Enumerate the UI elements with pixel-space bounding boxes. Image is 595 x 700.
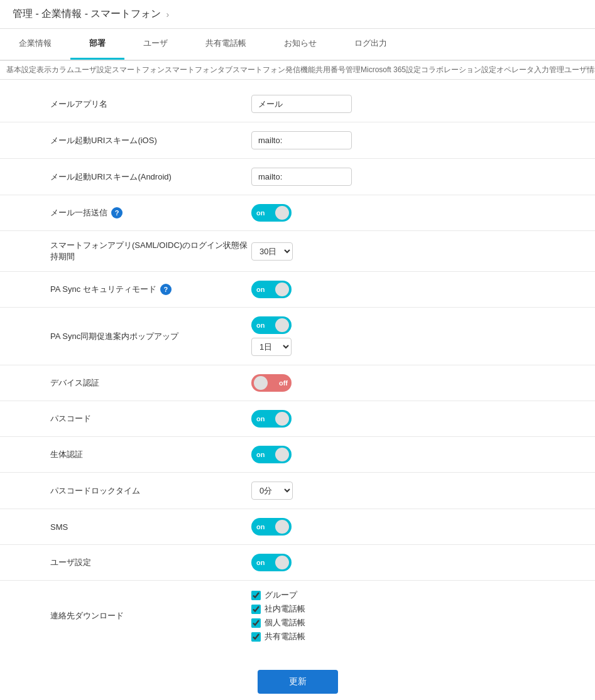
row-user-settings: ユーザ設定 on	[0, 545, 595, 581]
checkbox-item-group[interactable]: グループ	[251, 590, 305, 601]
input-mail-uri-android[interactable]	[251, 168, 352, 186]
label-contacts-download: 連絡先ダウンロード	[50, 610, 251, 622]
select-pa-sync-popup[interactable]: 1日 3日 7日	[251, 338, 292, 356]
sub-nav-text: 基本設定表示カラムユーザ設定スマートフォンスマートフォンタブスマートフォン発信機…	[6, 65, 595, 74]
value-mail-bulk-send: on	[251, 204, 545, 222]
row-mail-app-name: メールアプリ名	[0, 86, 595, 122]
contacts-checkbox-group: グループ 社内電話帳 個人電話帳 共有電話帳	[251, 590, 305, 642]
checkbox-item-shared[interactable]: 共有電話帳	[251, 631, 305, 642]
save-button[interactable]: 更新	[258, 670, 338, 694]
value-saml-session: 30日 7日 1日 なし	[251, 242, 545, 261]
value-passcode-lock-time: 0分 1分 3分 5分 10分	[251, 482, 545, 500]
row-mail-bulk-send: メール一括送信 ? on	[0, 195, 595, 231]
toggle-passcode[interactable]: on	[251, 410, 292, 428]
toggle-passcode-knob	[275, 412, 289, 426]
toggle-mail-bulk-send-label: on	[256, 209, 265, 217]
save-button-area: 更新	[0, 651, 595, 700]
value-biometric: on	[251, 446, 545, 463]
value-device-auth: off	[251, 374, 545, 392]
toggle-biometric[interactable]: on	[251, 446, 292, 463]
toggle-device-auth-label: off	[279, 379, 288, 387]
row-contacts-download: 連絡先ダウンロード グループ 社内電話帳 個人電話帳	[0, 581, 595, 651]
label-mail-bulk-send: メール一括送信 ?	[50, 207, 251, 218]
label-pa-sync-security: PA Sync セキュリティモード ?	[50, 284, 251, 295]
checkbox-item-personal[interactable]: 個人電話帳	[251, 617, 305, 628]
tab-dept[interactable]: 部署	[70, 29, 124, 60]
toggle-pa-sync-security[interactable]: on	[251, 281, 292, 298]
row-mail-uri-ios: メール起動URIスキーム(iOS)	[0, 122, 595, 159]
checkbox-group-label: グループ	[265, 590, 297, 601]
checkbox-item-internal[interactable]: 社内電話帳	[251, 603, 305, 615]
checkbox-personal[interactable]	[251, 618, 261, 628]
tab-notices[interactable]: お知らせ	[265, 29, 336, 60]
help-icon-pa-sync[interactable]: ?	[160, 284, 172, 295]
sub-nav: 基本設定表示カラムユーザ設定スマートフォンスマートフォンタブスマートフォン発信機…	[0, 61, 595, 80]
select-passcode-lock-time[interactable]: 0分 1分 3分 5分 10分	[251, 482, 293, 500]
toggle-pa-sync-popup-label: on	[256, 321, 265, 329]
tab-logout[interactable]: ログ出力	[336, 29, 406, 60]
row-biometric: 生体認証 on	[0, 437, 595, 473]
input-mail-app-name[interactable]	[251, 95, 352, 113]
value-mail-uri-android	[251, 168, 545, 186]
toggle-passcode-label: on	[256, 415, 265, 423]
pa-sync-popup-controls: on 1日 3日 7日	[251, 316, 292, 356]
label-sms: SMS	[50, 522, 251, 532]
checkbox-internal-label: 社内電話帳	[265, 603, 305, 615]
input-mail-uri-ios[interactable]	[251, 131, 352, 149]
tab-user[interactable]: ユーザ	[124, 29, 187, 60]
value-mail-uri-ios	[251, 131, 545, 149]
tab-company[interactable]: 企業情報	[0, 29, 70, 60]
checkbox-group[interactable]	[251, 591, 261, 600]
label-saml-session: スマートフォンアプリ(SAML/OIDC)のログイン状態保持期間	[50, 240, 251, 262]
row-pa-sync-security: PA Sync セキュリティモード ? on	[0, 272, 595, 308]
toggle-mail-bulk-send[interactable]: on	[251, 204, 292, 222]
toggle-user-settings-knob	[275, 556, 289, 569]
nav-tabs: 企業情報 部署 ユーザ 共有電話帳 お知らせ ログ出力	[0, 29, 595, 61]
toggle-device-auth-knob	[254, 376, 268, 390]
breadcrumb-text: 管理 - 企業情報 - スマートフォン	[13, 8, 161, 21]
select-saml-session[interactable]: 30日 7日 1日 なし	[251, 242, 293, 261]
checkbox-internal[interactable]	[251, 605, 261, 614]
value-pa-sync-popup: on 1日 3日 7日	[251, 316, 545, 356]
help-icon-mail-bulk[interactable]: ?	[111, 207, 123, 218]
toggle-pa-sync-security-knob	[275, 283, 289, 296]
row-passcode: パスコード on	[0, 401, 595, 437]
checkbox-shared-label: 共有電話帳	[265, 631, 305, 642]
row-device-auth: デバイス認証 off	[0, 365, 595, 401]
toggle-user-settings[interactable]: on	[251, 554, 292, 571]
row-passcode-lock-time: パスコードロックタイム 0分 1分 3分 5分 10分	[0, 473, 595, 509]
label-biometric: 生体認証	[50, 449, 251, 460]
row-mail-uri-android: メール起動URIスキーム(Android)	[0, 159, 595, 195]
checkbox-personal-label: 個人電話帳	[265, 617, 305, 628]
toggle-user-settings-label: on	[256, 559, 265, 566]
label-user-settings: ユーザ設定	[50, 557, 251, 568]
toggle-pa-sync-popup-knob	[275, 318, 289, 332]
value-contacts-download: グループ 社内電話帳 個人電話帳 共有電話帳	[251, 590, 545, 642]
row-saml-session: スマートフォンアプリ(SAML/OIDC)のログイン状態保持期間 30日 7日 …	[0, 231, 595, 272]
checkbox-shared[interactable]	[251, 632, 261, 642]
toggle-biometric-label: on	[256, 451, 265, 458]
toggle-pa-sync-popup[interactable]: on	[251, 316, 292, 334]
toggle-sms-knob	[275, 520, 289, 534]
value-pa-sync-security: on	[251, 281, 545, 298]
toggle-pa-sync-security-label: on	[256, 286, 265, 293]
breadcrumb-bar: 管理 - 企業情報 - スマートフォン ›	[0, 0, 595, 29]
label-passcode-lock-time: パスコードロックタイム	[50, 485, 251, 497]
value-mail-app-name	[251, 95, 545, 113]
toggle-device-auth[interactable]: off	[251, 374, 292, 392]
toggle-sms-label: on	[256, 523, 265, 530]
value-user-settings: on	[251, 554, 545, 571]
value-passcode: on	[251, 410, 545, 428]
value-sms: on	[251, 518, 545, 536]
row-sms: SMS on	[0, 509, 595, 545]
label-device-auth: デバイス認証	[50, 377, 251, 389]
toggle-sms[interactable]: on	[251, 518, 292, 536]
toggle-biometric-knob	[275, 448, 289, 461]
tab-shared-phone[interactable]: 共有電話帳	[187, 29, 265, 60]
settings-table: メールアプリ名 メール起動URIスキーム(iOS) メール起動URIスキーム(A…	[0, 86, 595, 651]
breadcrumb-arrow: ›	[166, 9, 169, 19]
toggle-mail-bulk-send-knob	[275, 206, 289, 220]
label-pa-sync-popup: PA Sync同期促進案内ポップアップ	[50, 331, 251, 342]
label-mail-uri-ios: メール起動URIスキーム(iOS)	[50, 135, 251, 146]
label-mail-uri-android: メール起動URIスキーム(Android)	[50, 171, 251, 183]
